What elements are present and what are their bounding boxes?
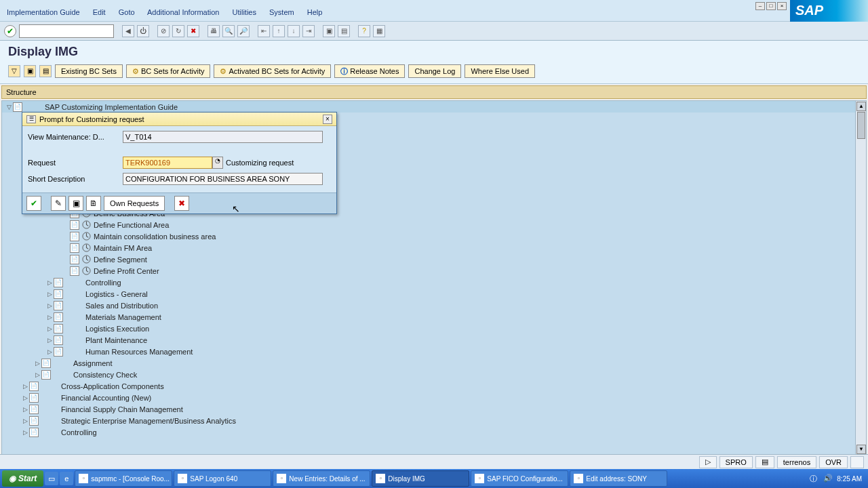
menu-additional-info[interactable]: Additional Information (147, 8, 219, 16)
short-desc-field[interactable] (123, 173, 323, 185)
position-icon[interactable]: ▤ (39, 65, 52, 77)
execute-icon[interactable] (81, 243, 91, 253)
shortcut-icon[interactable]: ▤ (338, 25, 350, 37)
change-log-button[interactable]: Change Log (408, 64, 461, 78)
doc-icon[interactable]: 📄 (29, 428, 39, 437)
tree-row[interactable]: 📄Define Segment (2, 253, 866, 265)
bc-sets-activity-button[interactable]: ⚙BC Sets for Activity (126, 64, 211, 78)
doc-icon[interactable]: 📄 (41, 370, 51, 380)
menu-goto[interactable]: Goto (119, 8, 135, 16)
tray-volume-icon[interactable]: 🔊 (823, 474, 833, 483)
find-next-icon[interactable]: 🔎 (237, 25, 250, 37)
release-notes-button[interactable]: Release Notes (334, 64, 405, 78)
taskbar-task[interactable]: ▫SAP FICO Configuratio... (471, 470, 568, 487)
doc-icon[interactable]: 📄 (29, 393, 39, 403)
expand-icon[interactable]: ▷ (45, 302, 54, 309)
request-value-help-button[interactable]: ◔ (212, 157, 223, 169)
refresh-icon[interactable]: ↻ (172, 25, 184, 37)
execute-icon[interactable] (81, 232, 91, 241)
tree-row[interactable]: 📄Define Functional Area (2, 219, 866, 230)
find-icon[interactable]: 🔍 (222, 25, 235, 37)
help-icon[interactable]: ? (358, 25, 370, 37)
menu-implementation-guide[interactable]: Implementation Guide (7, 8, 80, 16)
own-requests-button[interactable]: Own Requests (104, 196, 165, 211)
layout-icon[interactable]: ▦ (373, 25, 385, 37)
next-page-icon[interactable]: ↓ (288, 25, 300, 37)
doc-icon[interactable]: 📄 (54, 301, 63, 310)
tree-row[interactable]: ▷📄Plant Maintenance (2, 334, 866, 346)
last-page-icon[interactable]: ⇥ (302, 25, 315, 37)
where-else-button[interactable]: Where Else Used (465, 64, 535, 78)
print-icon[interactable]: 🖶 (208, 25, 220, 37)
tree-row[interactable]: ▷📄Logistics - General (2, 288, 866, 300)
expand-icon[interactable]: ▷ (45, 291, 54, 298)
prev-page-icon[interactable]: ↑ (273, 25, 285, 37)
ie-icon[interactable]: e (60, 472, 73, 485)
tree-row[interactable]: ▷📄Consistency Check (2, 369, 866, 380)
show-desktop-icon[interactable]: ▭ (45, 472, 58, 485)
tree-row[interactable]: ▷📄Materials Management (2, 311, 866, 323)
tree-row[interactable]: 📄Maintain consolidation business area (2, 230, 866, 242)
execute-icon[interactable] (81, 255, 91, 264)
doc-icon[interactable]: 📄 (54, 278, 63, 287)
doc-icon[interactable]: 📄 (41, 359, 51, 368)
tree-row[interactable]: ▷📄Controlling (2, 426, 866, 438)
expand-all-icon[interactable]: ▽ (8, 65, 20, 77)
new-session-icon[interactable]: ▣ (323, 25, 335, 37)
tree-row[interactable]: ▷📄Controlling (2, 277, 866, 288)
scroll-down-icon[interactable]: ▼ (856, 445, 866, 454)
expand-icon[interactable]: ▷ (45, 279, 54, 286)
tree-row[interactable]: ▷📄Human Resources Management (2, 346, 866, 357)
taskbar-task[interactable]: ▫New Entries: Details of ... (273, 470, 370, 487)
expand-icon[interactable]: ▷ (21, 418, 29, 424)
menu-utilities[interactable]: Utilities (233, 8, 256, 16)
dialog-cancel-button[interactable]: ✖ (174, 196, 189, 211)
doc-icon[interactable]: 📄 (13, 102, 22, 112)
expand-icon[interactable]: ▷ (21, 406, 29, 413)
first-page-icon[interactable]: ⇤ (258, 25, 270, 37)
start-button[interactable]: ◉Start (2, 470, 43, 487)
scroll-up-icon[interactable]: ▲ (856, 102, 866, 111)
tree-row[interactable]: ▷📄Cross-Application Components (2, 380, 866, 392)
taskbar-task[interactable]: ▫SAP Logon 640 (174, 470, 271, 487)
doc-icon[interactable]: 📄 (29, 416, 39, 426)
execute-icon[interactable] (81, 220, 91, 230)
doc-icon[interactable]: 📄 (70, 255, 79, 264)
doc-icon[interactable]: 📄 (54, 312, 63, 322)
dialog-continue-button[interactable]: ✔ (26, 196, 41, 211)
doc-icon[interactable]: 📄 (70, 232, 79, 241)
menu-system[interactable]: System (269, 8, 294, 16)
tree-root[interactable]: ▽ 📄 SAP Customizing Implementation Guide (2, 101, 866, 113)
doc-icon[interactable]: 📄 (70, 220, 79, 230)
request-field[interactable] (123, 157, 212, 169)
collapse-icon[interactable]: ▽ (5, 104, 13, 110)
doc-icon[interactable]: 📄 (70, 266, 79, 276)
execute-icon[interactable] (81, 266, 91, 276)
cancel-icon[interactable]: ⊘ (157, 25, 170, 37)
menu-edit[interactable]: Edit (93, 8, 106, 16)
tree-scrollbar[interactable]: ▲ ▼ (855, 101, 866, 455)
tree-row[interactable]: ▷📄Financial Accounting (New) (2, 392, 866, 403)
doc-icon[interactable]: 📄 (70, 243, 79, 253)
exit-icon[interactable]: ⏻ (137, 25, 149, 37)
expand-icon[interactable]: ▷ (21, 394, 29, 401)
tree-row[interactable]: ▷📄Logistics Execution (2, 323, 866, 334)
expand-icon[interactable]: ▷ (21, 383, 29, 390)
expand-icon[interactable]: ▷ (21, 429, 29, 436)
command-field[interactable] (19, 24, 114, 38)
maximize-button[interactable]: □ (766, 2, 776, 10)
tree-row[interactable]: 📄Maintain FM Area (2, 242, 866, 253)
doc-icon[interactable]: 📄 (29, 405, 39, 414)
stop-icon[interactable]: ✖ (187, 25, 199, 37)
doc-icon[interactable]: 📄 (54, 336, 63, 345)
tree-row[interactable]: ▷📄Sales and Distribution (2, 300, 866, 311)
expand-icon[interactable]: ▷ (45, 337, 54, 344)
scroll-thumb[interactable] (857, 112, 865, 139)
dialog-display-button[interactable]: ▣ (68, 196, 83, 211)
dialog-new-request-button[interactable]: ✎ (51, 196, 66, 211)
menu-help[interactable]: Help (307, 8, 323, 16)
tree-row[interactable]: ▷📄Assignment (2, 357, 866, 369)
expand-icon[interactable]: ▷ (45, 348, 54, 355)
activated-bc-sets-button[interactable]: ⚙Activated BC Sets for Activity (214, 64, 331, 78)
expand-icon[interactable]: ▷ (45, 325, 54, 332)
